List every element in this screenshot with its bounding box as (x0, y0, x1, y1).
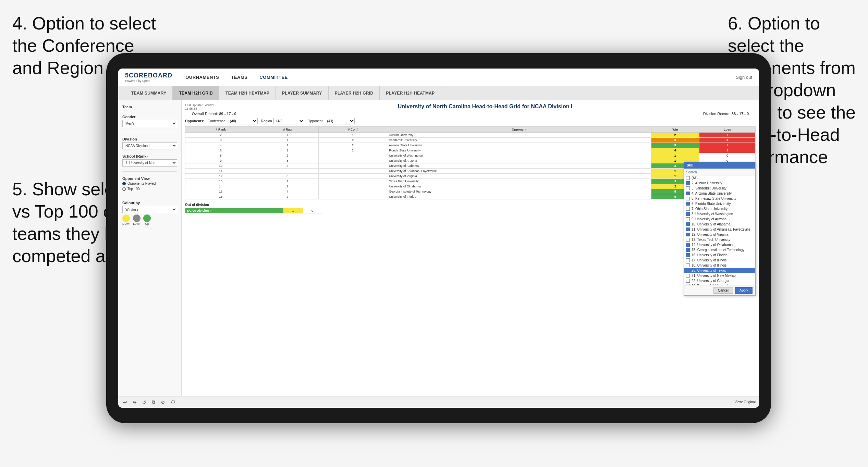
dropdown-item[interactable]: 17. University of Illinois (684, 258, 755, 263)
colour-label-up: Up (143, 222, 151, 225)
cell-opponent: University of Alabama (387, 163, 651, 169)
tablet-screen: 5COREBOARD Powered by Sport TOURNAMENTS … (118, 69, 759, 408)
dropdown-item[interactable]: 6. Florida State University (684, 201, 755, 206)
nav-sign-out[interactable]: Sign out (736, 75, 752, 80)
radio-dot-opponents (122, 182, 126, 185)
sidebar-colour-by-select[interactable]: Win/loss (122, 206, 177, 213)
cell-win: 4 (651, 148, 699, 153)
dropdown-apply-button[interactable]: Apply (735, 287, 753, 294)
cell-rank: 10 (185, 163, 256, 169)
dropdown-item[interactable]: 9. University of Arizona (684, 217, 755, 222)
dropdown-item-label: 10. University of Alabama (692, 222, 730, 226)
dropdown-item[interactable]: (All) (684, 175, 755, 181)
sub-nav-player-h2h-grid[interactable]: PLAYER H2H GRID (329, 86, 380, 100)
dropdown-item-label: 20. University of Texas (692, 269, 726, 272)
cell-conf (319, 179, 387, 184)
dropdown-checkbox (686, 238, 690, 242)
cell-rank: 13 (185, 179, 256, 184)
dropdown-item-label: 17. University of Illinois (692, 258, 726, 262)
region-select[interactable]: (All) (273, 118, 304, 124)
dropdown-cancel-button[interactable]: Cancel (713, 287, 733, 294)
opponents-label: Opponents: (185, 119, 204, 123)
dropdown-item[interactable]: 13. Texas Tech University (684, 237, 755, 242)
sub-nav-player-h2h-heatmap[interactable]: PLAYER H2H HEATMAP (380, 86, 441, 100)
dropdown-item[interactable]: 12. University of Virginia (684, 232, 755, 237)
table-row: 8 2 University of Washington 1 0 (185, 153, 756, 158)
dropdown-search-input[interactable] (684, 169, 755, 175)
sidebar-gender-select[interactable]: Men's (122, 120, 177, 127)
nav-item-teams[interactable]: TEAMS (231, 75, 247, 80)
dropdown-checkbox (686, 212, 690, 216)
copy-button[interactable]: ⧉ (150, 398, 157, 406)
sidebar-school-select[interactable]: 1. University of Nort... (122, 159, 177, 167)
dropdown-checkbox (686, 248, 690, 252)
dropdown-item[interactable]: 3. Vanderbilt University (684, 186, 755, 191)
conference-select[interactable]: (All) (227, 118, 258, 124)
region-filter: Region (All) (261, 118, 304, 124)
dropdown-item-label: 13. Texas Tech University (692, 238, 730, 242)
dropdown-item-label: 18. University of Illinois (692, 263, 726, 267)
dropdown-checkbox (686, 279, 690, 283)
nav-item-committee[interactable]: COMMITTEE (259, 75, 288, 80)
opponent-filter: Opponent (All) (308, 118, 355, 124)
dropdown-item[interactable]: 15. Georgia Institute of Technology (684, 247, 755, 253)
undo-button[interactable]: ↩ (122, 399, 129, 406)
nav-item-tournaments[interactable]: TOURNAMENTS (183, 75, 219, 80)
dropdown-item-label: 4. Arizona State University (692, 192, 732, 195)
dropdown-item[interactable]: 20. University of Texas (684, 268, 755, 273)
sub-nav-player-summary[interactable]: PLAYER SUMMARY (276, 86, 329, 100)
colour-label-down: Down (122, 222, 130, 225)
cell-conf: 2 (319, 148, 387, 153)
cell-conf (319, 174, 387, 179)
dropdown-item[interactable]: 21. University of New Mexico (684, 273, 755, 278)
cell-opponent: Georgia Institute of Technology (387, 189, 651, 194)
sub-nav-team-h2h-grid[interactable]: TEAM H2H GRID (173, 86, 219, 100)
cell-loss: 2 (699, 148, 756, 153)
redo-button[interactable]: ↪ (131, 399, 138, 406)
dropdown-item[interactable]: 4. Arizona State University (684, 191, 755, 196)
cell-rag: 1 (256, 148, 319, 153)
cell-rag: 1 (256, 143, 319, 148)
main-content: Team Gender Men's Division NCAA Division… (118, 100, 759, 396)
dropdown-checkbox (686, 217, 690, 221)
dropdown-item[interactable]: 18. University of Illinois (684, 263, 755, 268)
settings-button[interactable]: ⚙ (159, 399, 167, 406)
dropdown-checkbox (686, 284, 690, 285)
dropdown-item-label: 15. Georgia Institute of Technology (692, 248, 744, 252)
opponent-select[interactable]: (All) (324, 118, 355, 124)
dropdown-item[interactable]: 22. University of Georgia (684, 278, 755, 283)
sub-nav-team-h2h-heatmap[interactable]: TEAM H2H HEATMAP (219, 86, 276, 100)
radio-opponents-played[interactable]: Opponents Played (122, 182, 177, 185)
radio-label-top100: Top 100 (127, 187, 140, 191)
dropdown-item[interactable]: 16. University of Florida (684, 253, 755, 258)
dropdown-item[interactable]: 10. University of Alabama (684, 222, 755, 227)
dropdown-item[interactable]: 5. Kennesaw State University (684, 196, 755, 201)
dropdown-item[interactable]: 14. University of Oklahoma (684, 242, 755, 247)
dropdown-item-label: 22. University of Georgia (692, 279, 729, 283)
dropdown-item[interactable]: 7. Ohio State University (684, 206, 755, 211)
data-table: # Rank # Rag # Conf Opponent Win Loss 2 … (185, 126, 756, 199)
cell-rank: 15 (185, 189, 256, 194)
col-opponent: Opponent (387, 127, 651, 133)
dropdown-item[interactable]: 11. University of Arkansas, Fayetteville (684, 227, 755, 232)
reset-button[interactable]: ↺ (141, 399, 148, 406)
dropdown-item[interactable]: 8. University of Washington (684, 211, 755, 217)
division-record: 88 - 17 - 0 (732, 112, 749, 116)
nav-items: TOURNAMENTS TEAMS COMMITTEE (183, 75, 725, 80)
radio-top-100[interactable]: Top 100 (122, 187, 177, 191)
cell-opponent: Florida State University (387, 148, 651, 153)
sidebar-colour-row: Down Level Up (122, 214, 177, 225)
dropdown-item[interactable]: 2. Auburn University (684, 181, 755, 186)
cell-conf (319, 153, 387, 158)
sub-nav-team-summary[interactable]: TEAM SUMMARY (125, 86, 173, 100)
cell-rag: 1 (256, 133, 319, 138)
col-rank: # Rank (185, 127, 256, 133)
cell-conf (319, 163, 387, 169)
cell-rank: 3 (185, 138, 256, 143)
cell-rag: 1 (256, 179, 319, 184)
cell-opponent: Texas Tech University (387, 179, 651, 184)
sidebar-division-select[interactable]: NCAA Division I (122, 142, 177, 149)
dropdown-checkbox (686, 233, 690, 236)
table-row: 4 1 2 Arizona State University 5 1 (185, 143, 756, 148)
dropdown-checkbox (686, 176, 690, 180)
